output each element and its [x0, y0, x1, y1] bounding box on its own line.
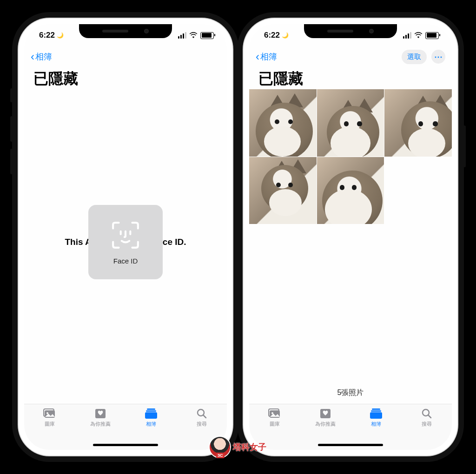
- svg-line-19: [428, 415, 431, 418]
- tab-albums-label: 相簿: [371, 421, 381, 428]
- svg-rect-16: [371, 410, 381, 412]
- tab-library-label: 圖庫: [270, 421, 280, 428]
- tab-albums[interactable]: 相簿: [126, 408, 176, 428]
- photo-thumbnail[interactable]: [384, 89, 452, 157]
- volume-up-button: [10, 116, 13, 142]
- photo-thumbnail[interactable]: [249, 89, 317, 157]
- svg-point-4: [46, 412, 48, 414]
- back-label: 相簿: [35, 51, 52, 62]
- power-button: [463, 125, 466, 167]
- volume-down-button: [235, 149, 238, 174]
- back-button[interactable]: ‹ 相簿: [31, 51, 52, 62]
- photo-thumbnail[interactable]: [317, 89, 384, 157]
- albums-icon: [370, 408, 383, 419]
- page-title: 已隱藏: [33, 69, 78, 89]
- albums-icon: [145, 408, 158, 419]
- nav-bar: ‹ 相簿: [24, 46, 227, 67]
- tab-bar: 圖庫 為你推薦 相簿: [249, 404, 452, 450]
- cellular-signal-icon: [178, 32, 186, 39]
- mute-switch: [10, 88, 13, 102]
- power-button: [238, 125, 241, 167]
- back-button[interactable]: ‹ 相簿: [256, 51, 277, 62]
- faceid-prompt[interactable]: Face ID: [88, 205, 163, 279]
- tab-for-you-label: 為你推薦: [315, 421, 336, 428]
- photo-grid: [249, 89, 452, 224]
- more-button[interactable]: ⋯: [431, 50, 445, 64]
- wifi-icon: [189, 32, 198, 39]
- mute-switch: [235, 88, 238, 102]
- screen-right: 6:22 🌙 ‹: [249, 24, 452, 450]
- tab-search-label: 搜尋: [422, 421, 432, 428]
- search-icon: [195, 408, 208, 419]
- for-you-icon: [319, 408, 332, 419]
- do-not-disturb-icon: 🌙: [57, 32, 64, 39]
- svg-rect-6: [147, 408, 155, 410]
- chevron-left-icon: ‹: [31, 51, 34, 62]
- photo-thumbnail[interactable]: [317, 157, 384, 224]
- battery-icon: [425, 32, 439, 39]
- do-not-disturb-icon: 🌙: [282, 32, 289, 39]
- status-time: 6:22: [39, 31, 55, 40]
- tab-albums-label: 相簿: [146, 421, 156, 428]
- status-bar: 6:22 🌙: [24, 24, 227, 46]
- for-you-icon: [94, 408, 107, 419]
- watermark-badge: 3C: [216, 453, 225, 458]
- tab-for-you-label: 為你推薦: [90, 421, 111, 428]
- tab-library[interactable]: 圖庫: [24, 408, 75, 428]
- search-icon: [420, 408, 433, 419]
- photo-thumbnail[interactable]: [249, 157, 317, 224]
- library-icon: [43, 408, 56, 419]
- tab-library[interactable]: 圖庫: [249, 408, 300, 428]
- chevron-left-icon: ‹: [256, 51, 259, 62]
- tab-search[interactable]: 搜尋: [401, 408, 452, 428]
- svg-rect-17: [370, 412, 382, 419]
- status-bar: 6:22 🌙: [249, 24, 452, 46]
- home-indicator[interactable]: [318, 444, 383, 446]
- screen-left: 6:22 🌙 ‹: [24, 24, 227, 450]
- tab-for-you[interactable]: 為你推薦: [75, 408, 126, 428]
- nav-bar: ‹ 相簿 選取 ⋯: [249, 46, 452, 67]
- svg-rect-15: [372, 408, 380, 410]
- ellipsis-icon: ⋯: [434, 52, 443, 62]
- tab-albums[interactable]: 相簿: [350, 408, 401, 428]
- svg-rect-8: [145, 412, 157, 419]
- cellular-signal-icon: [403, 32, 411, 39]
- home-indicator[interactable]: [93, 444, 158, 446]
- back-label: 相簿: [260, 51, 277, 62]
- tab-library-label: 圖庫: [45, 421, 55, 428]
- volume-up-button: [235, 116, 238, 142]
- svg-rect-7: [146, 410, 156, 412]
- faceid-icon: [110, 220, 141, 250]
- phone-mockup-left: 6:22 🌙 ‹: [19, 19, 232, 455]
- tab-search[interactable]: 搜尋: [176, 408, 227, 428]
- volume-down-button: [10, 149, 13, 174]
- faceid-label: Face ID: [113, 257, 138, 265]
- content-photos: 5張照片: [249, 89, 452, 408]
- svg-line-10: [203, 415, 206, 418]
- content-locked: This Album requires Face ID.: [24, 89, 227, 408]
- select-button[interactable]: 選取: [402, 50, 427, 64]
- photo-count-label: 5張照片: [249, 388, 452, 398]
- phone-mockup-right: 6:22 🌙 ‹: [244, 19, 457, 455]
- page-title: 已隱藏: [258, 69, 303, 89]
- battery-icon: [200, 32, 214, 39]
- svg-point-13: [271, 412, 273, 414]
- wifi-icon: [414, 32, 423, 39]
- tab-bar: 圖庫 為你推薦 相簿: [24, 404, 227, 450]
- status-time: 6:22: [264, 31, 280, 40]
- tab-for-you[interactable]: 為你推薦: [300, 408, 350, 428]
- library-icon: [268, 408, 281, 419]
- tab-search-label: 搜尋: [197, 421, 207, 428]
